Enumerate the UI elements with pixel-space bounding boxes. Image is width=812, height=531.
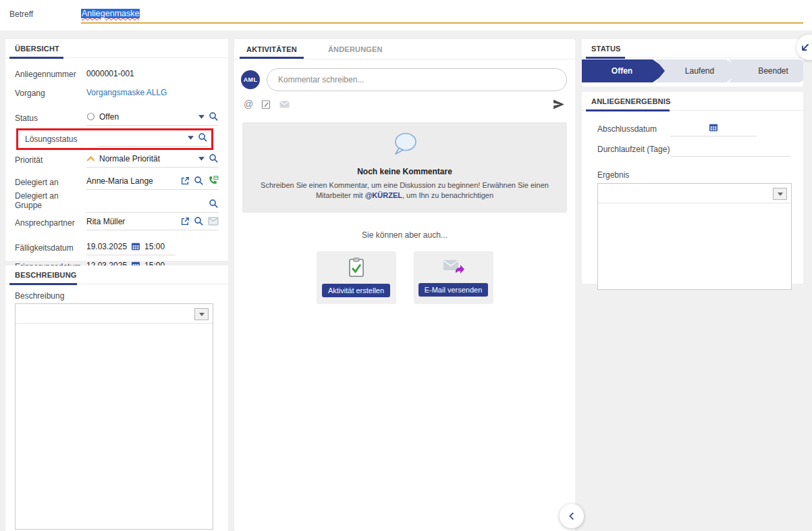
email-icon[interactable] <box>279 100 290 109</box>
delegiert-an-label: Delegiert an <box>15 178 86 190</box>
ansprechpartner-value: Rita Müller <box>86 217 125 226</box>
result-panel: ANLIEGENERGEBNIS Abschlussdatum Durchlau… <box>582 92 803 284</box>
delegiert-an-gruppe-label: Delegiert an Gruppe <box>15 191 86 213</box>
open-record-icon[interactable] <box>180 176 190 186</box>
activities-panel: AKTIVITÄTEN ÄNDERUNGEN AML @ Noch kein <box>234 39 575 531</box>
chevron-down-icon[interactable] <box>188 136 194 140</box>
subject-bar: Betreff Anliegenmaske <box>0 0 812 30</box>
send-email-card: E-Mail versenden <box>414 251 493 304</box>
field-row-vorgang: Vorgang Vorgangsmaske ALLG <box>15 84 219 101</box>
faelligkeitsdatum-time: 15:00 <box>144 242 165 251</box>
search-icon[interactable] <box>194 216 204 226</box>
calendar-icon[interactable] <box>131 242 140 251</box>
abschlussdatum-label: Abschlussdatum <box>597 124 670 136</box>
status-combobox[interactable]: Offen <box>86 110 219 126</box>
activities-tabbar: AKTIVITÄTEN ÄNDERUNGEN <box>234 39 575 59</box>
no-comments-box: Noch keine Kommentare Schreiben Sie eine… <box>242 122 567 213</box>
overview-title-underline <box>9 57 63 59</box>
open-record-icon[interactable] <box>180 217 190 226</box>
create-activity-button[interactable]: Aktivität erstellen <box>322 284 390 297</box>
betreff-selected-text: Anliegenmaske <box>81 9 140 18</box>
field-row-delegiert-an-gruppe: Delegiert an Gruppe <box>15 191 219 213</box>
faelligkeitsdatum-label: Fälligkeitsdatum <box>15 243 86 255</box>
delegiert-an-field[interactable]: Anne-Maria Lange <box>86 174 219 190</box>
description-title: BESCHREIBUNG <box>15 271 77 279</box>
no-comments-text: Schreiben Sie einen Kommentar, um eine D… <box>260 180 549 201</box>
status-steps: Offen Laufend Beendet <box>582 59 803 82</box>
delegiert-an-gruppe-field[interactable] <box>86 197 219 213</box>
clipboard-check-icon <box>348 257 365 278</box>
ergebnis-textarea[interactable] <box>597 183 792 290</box>
ansprechpartner-field[interactable]: Rita Müller <box>86 215 219 230</box>
send-icon[interactable] <box>552 99 566 110</box>
vorgang-label: Vorgang <box>15 88 86 101</box>
field-row-status: Status Offen <box>15 109 219 126</box>
radio-icon <box>86 112 95 121</box>
calendar-icon[interactable] <box>709 123 718 132</box>
no-comments-text-part2: , um Ihn zu benachrichtigen <box>402 191 493 199</box>
search-icon[interactable] <box>209 111 219 122</box>
betreff-input[interactable]: Anliegenmaske <box>81 5 803 24</box>
chevron-down-icon[interactable] <box>198 157 205 161</box>
mail-forward-icon <box>442 258 465 277</box>
status-panel: STATUS Offen Laufend Beendet <box>582 39 803 86</box>
memo-dropdown-button[interactable] <box>194 308 209 320</box>
search-icon[interactable] <box>194 176 204 186</box>
field-row-loesungsstatus: Lösungsstatus <box>25 131 208 147</box>
mention-hint: @KÜRZEL <box>365 191 402 199</box>
overview-header: ÜBERSICHT <box>5 39 228 58</box>
quick-actions: Aktivität erstellen E-Mail versenden <box>234 251 575 304</box>
loesungsstatus-highlight-box: Lösungsstatus <box>16 128 213 150</box>
chevron-down-icon[interactable] <box>198 115 205 119</box>
collapse-panel-button[interactable] <box>560 504 584 528</box>
chevron-left-icon <box>567 511 576 521</box>
mention-icon[interactable]: @ <box>244 99 253 109</box>
loesungsstatus-label: Lösungsstatus <box>25 134 97 147</box>
result-title: ANLIEGENERGEBNIS <box>591 97 671 105</box>
description-header: BESCHREIBUNG <box>5 266 228 284</box>
memo-toolbar-divider <box>598 203 791 203</box>
search-icon[interactable] <box>209 199 219 209</box>
prioritaet-combobox[interactable]: Normale Priorität <box>86 152 219 168</box>
arrow-down-left-icon <box>800 43 811 53</box>
send-email-button[interactable]: E-Mail versenden <box>418 283 489 297</box>
field-row-anliegennummer: Anliegennummer 0000001-001 <box>15 66 219 82</box>
field-row-prioritaet: Priorität Normale Priorität <box>15 151 219 168</box>
field-row-ansprechpartner: Ansprechpartner Rita Müller <box>15 214 219 230</box>
anliegennummer-label: Anliegennummer <box>15 70 86 82</box>
status-title: STATUS <box>591 45 621 53</box>
status-header: STATUS <box>582 39 803 58</box>
create-activity-card: Aktivität erstellen <box>317 251 396 304</box>
anliegennummer-value: 0000001-001 <box>86 69 134 78</box>
beschreibung-label: Beschreibung <box>15 291 219 301</box>
comment-input[interactable] <box>267 68 567 91</box>
phone-email-icon[interactable] <box>208 176 219 186</box>
vorgang-link[interactable]: Vorgangsmaske ALLG <box>86 88 167 97</box>
status-value: Offen <box>99 112 119 122</box>
loesungsstatus-combobox[interactable] <box>97 131 208 147</box>
result-header: ANLIEGENERGEBNIS <box>582 92 803 111</box>
status-step-offen[interactable]: Offen <box>582 59 669 82</box>
note-icon[interactable] <box>261 99 271 109</box>
faelligkeitsdatum-date: 19.03.2025 <box>86 242 127 251</box>
prioritaet-label: Priorität <box>15 155 86 168</box>
field-row-durchlaufzeit: Durchlaufzeit (Tage) <box>597 141 791 157</box>
durchlaufzeit-field[interactable] <box>670 141 791 157</box>
field-row-faelligkeitsdatum: Fälligkeitsdatum 19.03.2025 15:00 <box>15 239 219 255</box>
abschlussdatum-field[interactable] <box>670 121 757 136</box>
composer-toolbar: @ <box>244 97 566 111</box>
status-step-beendet[interactable]: Beendet <box>729 59 803 82</box>
description-title-underline <box>9 283 77 285</box>
field-row-abschlussdatum: Abschlussdatum <box>597 120 791 136</box>
speech-bubble-icon <box>387 130 423 159</box>
tab-aktivitaeten[interactable]: AKTIVITÄTEN <box>242 41 301 57</box>
tab-aenderungen[interactable]: ÄNDERUNGEN <box>324 41 387 57</box>
search-icon[interactable] <box>198 132 208 143</box>
email-icon[interactable] <box>208 217 219 226</box>
memo-dropdown-button[interactable] <box>773 188 787 200</box>
field-row-delegiert-an: Delegiert an Anne-Maria Lange <box>15 174 219 190</box>
faelligkeitsdatum-field[interactable]: 19.03.2025 15:00 <box>86 240 175 255</box>
search-icon[interactable] <box>209 153 219 163</box>
status-step-laufend[interactable]: Laufend <box>655 59 744 82</box>
beschreibung-textarea[interactable] <box>15 303 213 530</box>
